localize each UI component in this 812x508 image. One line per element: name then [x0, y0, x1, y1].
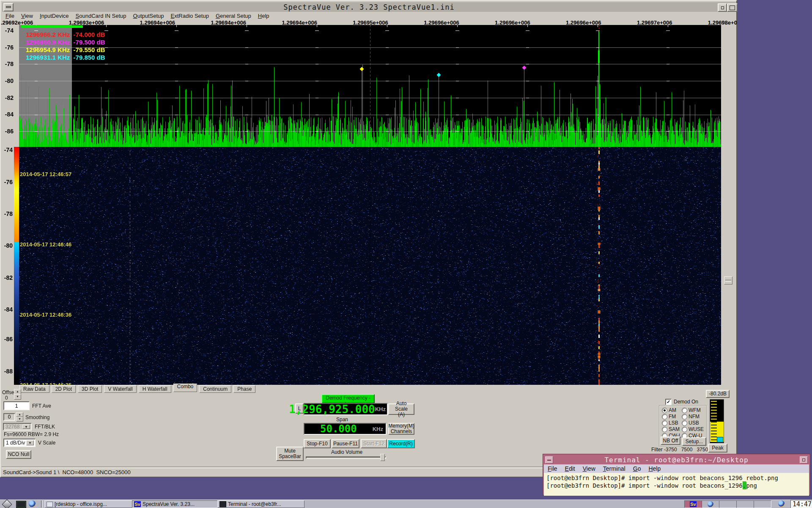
spectrum-display[interactable]: 1296966.2 KHz -74.000 dB1296960.9 KHz -7…: [19, 25, 721, 147]
menu-help[interactable]: Help: [255, 12, 273, 19]
spectrum-db--76: -76: [1, 44, 14, 50]
fft-ave-input[interactable]: 1: [3, 401, 30, 410]
menu-view[interactable]: View: [18, 12, 36, 19]
window-icon: [47, 502, 53, 507]
record-button[interactable]: Record(R): [387, 439, 415, 448]
freq-tick-2: 1.29694e+006: [140, 19, 176, 25]
terminal-content[interactable]: [root@eb3frn Desktop]# import -window ro…: [544, 473, 809, 496]
task-button-terminal-roo[interactable]: Terminal - root@eb3fr...: [217, 500, 304, 508]
task-button-rdesktop-of[interactable]: [rdesktop - office.ispg...: [44, 500, 134, 508]
radio-wfm[interactable]: [682, 408, 687, 413]
terminal-maximize-icon: [802, 458, 805, 461]
pager-spectravue-icon: Sv: [690, 501, 697, 507]
minimize-button[interactable]: [718, 3, 727, 12]
audio-volume-track[interactable]: [306, 456, 386, 459]
tab-2d-plot[interactable]: 2D Plot: [52, 385, 76, 393]
menu-extradio-setup[interactable]: ExtRadio Setup: [167, 12, 212, 19]
pager-cell-4[interactable]: [736, 500, 754, 508]
fft-blk-dropdown-arrow[interactable]: ▼: [22, 425, 30, 429]
offset-down-button[interactable]: ▼: [14, 394, 21, 400]
nco-null-button[interactable]: NCO Null: [6, 450, 31, 459]
pager-cell-3[interactable]: [719, 500, 737, 508]
terminal-menu-edit[interactable]: Edit: [561, 465, 579, 472]
band-indicator: [21, 25, 83, 28]
start-button[interactable]: Start-F12: [361, 439, 387, 448]
task-button-label: SpectraVue Ver. 3.23...: [143, 501, 195, 507]
menu-outputsetup[interactable]: OutputSetup: [130, 12, 167, 19]
radio-fm[interactable]: [662, 414, 667, 420]
radio-lsb[interactable]: [662, 420, 667, 426]
waterfall-db--74: -74: [1, 147, 13, 153]
smoothing-up-button[interactable]: ▲: [16, 412, 23, 417]
menu-soundcard-in-setup[interactable]: SoundCard IN Setup: [72, 12, 130, 19]
maximize-button[interactable]: [727, 3, 738, 12]
scroll-thumb[interactable]: [724, 276, 732, 284]
terminal-menu-file[interactable]: File: [544, 465, 561, 472]
firefox-launcher-icon[interactable]: [29, 500, 36, 507]
meter-threshold-handle[interactable]: [717, 437, 723, 442]
auto-scale-button[interactable]: Auto Scale (A): [388, 403, 414, 415]
waterfall-display[interactable]: 2014-05-17 12:46:572014-05-17 12:46:4620…: [19, 147, 721, 385]
terminal-launcher-icon[interactable]: [16, 501, 26, 508]
terminal-maximize-button[interactable]: [800, 456, 808, 464]
terminal-line2-head: [root@eb3frn Desktop]# import -window ro…: [546, 482, 743, 489]
mute-button[interactable]: Mute SpaceBar: [276, 447, 304, 461]
terminal-menu-help[interactable]: Help: [645, 465, 664, 472]
fft-blk-combo[interactable]: 32768 ▼: [3, 423, 32, 431]
tab-continuum[interactable]: Continuum: [199, 385, 231, 393]
memory-channels-button[interactable]: Memory(M) Channels: [388, 423, 414, 435]
pager-cell-1[interactable]: Sv: [684, 500, 702, 508]
pager-cell-2[interactable]: [702, 500, 719, 508]
terminal-menu-go[interactable]: Go: [629, 465, 645, 472]
level-meter[interactable]: [710, 399, 724, 443]
setup-button[interactable]: Setup...: [682, 437, 706, 446]
frequency-value: 1,296,925.000: [289, 403, 375, 416]
auto-scale-line2: (A): [398, 412, 405, 417]
vscale-dropdown-arrow[interactable]: ▼: [26, 440, 34, 445]
menu-inputdevice[interactable]: InputDevice: [36, 12, 72, 19]
tab-3d-plot[interactable]: 3D Plot: [78, 385, 102, 393]
terminal-menu-view[interactable]: View: [579, 465, 599, 472]
stop-button[interactable]: Stop-F10: [304, 439, 331, 448]
demod-frequency-button[interactable]: Demod Frequency - Ins: [321, 394, 375, 403]
tray-firefox-icon[interactable]: [778, 500, 785, 507]
span-value: 50.000: [304, 423, 373, 435]
waterfall-colorbar: [14, 147, 19, 385]
vscale-combo[interactable]: 1 dB/Div ▼: [3, 439, 36, 447]
tab-h-waterfall[interactable]: H Waterfall: [139, 385, 171, 393]
span-label: Span: [336, 417, 348, 422]
level-readout[interactable]: -80.2dB: [706, 390, 730, 398]
freq-tick-10: 1.29698e+0: [708, 19, 737, 25]
tab-raw-data[interactable]: Raw Data: [19, 385, 49, 393]
task-button-label: [rdesktop - office.ispg...: [55, 501, 107, 507]
window-title: SpectraVue Ver. 3.23 SpectraVue1.ini: [2, 3, 736, 11]
desktop-menu-icon[interactable]: [2, 499, 12, 508]
task-button-spectravue-ver[interactable]: SvSpectraVue Ver. 3.23...: [132, 500, 220, 508]
mute-line2: SpaceBar: [279, 454, 301, 459]
pager-cell-5[interactable]: [754, 500, 771, 508]
radio-am[interactable]: [662, 408, 667, 413]
waterfall-db--86: -86: [1, 336, 13, 342]
tab-phase[interactable]: Phase: [233, 385, 255, 393]
span-display[interactable]: 50.000 KHz: [304, 423, 387, 435]
radio-wuse[interactable]: [682, 427, 687, 432]
terminal-title-bar[interactable]: Terminal - root@eb3frn:~/Desktop: [544, 455, 809, 464]
radio-nfm[interactable]: [682, 414, 687, 420]
menu-file[interactable]: File: [2, 12, 18, 19]
radio-usb[interactable]: [682, 420, 687, 426]
tab-v-waterfall[interactable]: V Waterfall: [104, 385, 136, 393]
audio-volume-handle[interactable]: [380, 454, 385, 461]
smoothing-down-button[interactable]: ▼: [16, 417, 23, 422]
pause-button[interactable]: Pause-F11: [332, 439, 359, 448]
terminal-menu-terminal[interactable]: Terminal: [599, 465, 629, 472]
peak-button[interactable]: Peak: [708, 444, 727, 453]
filter-text: Filter -3750 7500 3750: [651, 447, 708, 453]
smoothing-value[interactable]: 0: [3, 413, 15, 421]
waterfall-canvas: [19, 147, 721, 385]
nb-off-button[interactable]: NB Off: [661, 436, 680, 445]
menu-general-setup[interactable]: General Setup: [212, 12, 255, 19]
tab-combo[interactable]: Combo: [173, 384, 198, 392]
radio-sam[interactable]: [662, 427, 667, 432]
frequency-display[interactable]: 1,296,925.000 KHz: [304, 403, 388, 415]
demod-on-checkbox[interactable]: ✓: [665, 399, 672, 405]
